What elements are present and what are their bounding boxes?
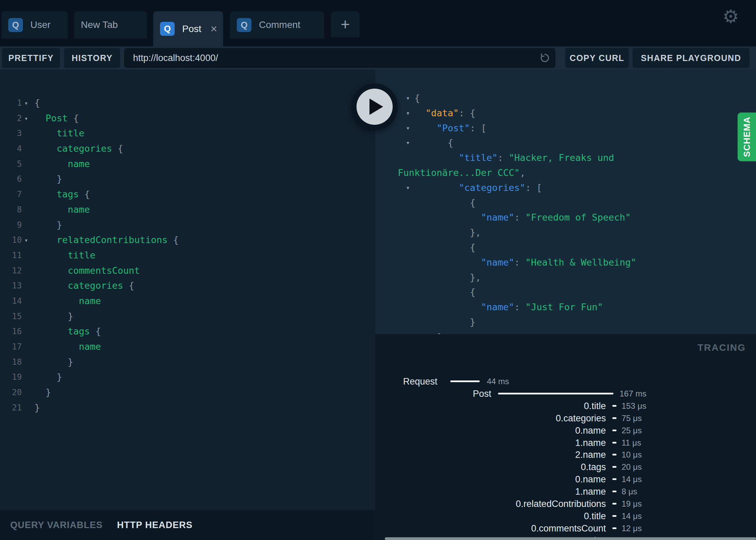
editor-line: 1▾{ xyxy=(0,95,375,111)
copy-curl-button[interactable]: COPY CURL xyxy=(565,48,629,68)
code-token: { xyxy=(68,113,79,123)
tracing-tick-bar xyxy=(612,417,616,419)
tracing-row-label: Post xyxy=(375,388,491,400)
tracing-row-time: 14 μs xyxy=(622,473,642,485)
line-number: 14 xyxy=(0,294,22,309)
response-line: { xyxy=(398,195,636,210)
graphql-playground-window: { "tabs": { "items": [ {"id":"user","lab… xyxy=(0,0,756,540)
query-variables-tab[interactable]: QUERY VARIABLES xyxy=(10,520,103,530)
tab-post[interactable]: QPost✕ xyxy=(153,11,223,46)
query-badge-icon: Q xyxy=(8,18,23,32)
tracing-row-time: 14 μs xyxy=(622,510,642,522)
code-token: { xyxy=(112,143,123,154)
fold-arrow-icon[interactable]: ▾ xyxy=(406,121,410,136)
code-token: { xyxy=(168,235,179,245)
code-token: : xyxy=(514,257,525,268)
code-token: "Hacker, Freaks und xyxy=(509,152,614,163)
settings-button[interactable]: ⚙ xyxy=(721,6,741,27)
code-token: { xyxy=(79,189,90,199)
code-token: } xyxy=(34,387,51,397)
tracing-row: 0.title14 μs xyxy=(375,510,756,522)
play-icon xyxy=(369,99,383,115)
editor-line: 18 } xyxy=(0,355,375,370)
tab-user[interactable]: QUser xyxy=(1,11,68,39)
code-token: "data" xyxy=(425,108,459,118)
tab-label: New Tab xyxy=(81,19,118,30)
tracing-tick-bar xyxy=(612,527,616,529)
tracing-row-time: 19 μs xyxy=(622,498,642,510)
share-playground-button[interactable]: SHARE PLAYGROUND xyxy=(633,48,750,68)
code-token: commentsCount xyxy=(68,265,140,276)
fold-arrow-icon[interactable]: ▾ xyxy=(406,91,410,106)
tracing-row: 2.name10 μs xyxy=(375,449,756,461)
fold-arrow-slot xyxy=(22,278,34,294)
fold-arrow-icon[interactable]: ▾ xyxy=(22,232,34,248)
editor-code: } xyxy=(34,171,62,187)
code-token: : xyxy=(514,212,525,223)
editor-line: 15 } xyxy=(0,309,375,324)
code-token xyxy=(34,250,68,260)
response-line: ] xyxy=(398,330,636,334)
reload-icon[interactable] xyxy=(539,52,551,64)
line-number: 5 xyxy=(0,156,22,172)
response-line: ▾ { xyxy=(398,135,636,150)
fold-arrow-icon[interactable]: ▾ xyxy=(406,180,410,195)
editor-line: 8 name xyxy=(0,202,375,217)
editor-code: name xyxy=(34,156,90,172)
prettify-button[interactable]: PRETTIFY xyxy=(2,48,60,68)
tracing-horizontal-scrollbar[interactable] xyxy=(385,537,756,540)
schema-tab-button[interactable]: SCHEMA xyxy=(738,112,756,161)
tracing-row-label: 0.categories xyxy=(375,412,606,424)
fold-arrow-icon[interactable]: ▾ xyxy=(406,106,410,121)
tab-new-tab[interactable]: New Tab xyxy=(74,11,147,39)
fold-arrow-icon[interactable]: ▾ xyxy=(22,95,34,111)
editor-code: } xyxy=(34,370,62,385)
tracing-row-label: 0.tags xyxy=(375,461,606,473)
tracing-row: 1.name11 μs xyxy=(375,437,756,449)
tracing-row-label: 0.title xyxy=(375,400,606,412)
line-number: 1 xyxy=(0,95,22,111)
editor-code: name xyxy=(34,294,101,309)
endpoint-url-input[interactable]: http://localhost:4000/ xyxy=(124,48,555,68)
tracing-panel: TRACING Request44 msPost167 ms0.title153… xyxy=(375,334,756,540)
code-token: name xyxy=(79,341,101,352)
fold-arrow-slot xyxy=(22,309,34,324)
tab-bar: QUserNew TabQPost✕QComment + ⚙ xyxy=(0,0,756,46)
line-number: 17 xyxy=(0,339,22,355)
editor-line: 16 tags { xyxy=(0,324,375,339)
fold-arrow-slot xyxy=(22,217,34,233)
fold-arrow-icon[interactable]: ▾ xyxy=(406,135,410,150)
tracing-row: 0.tags20 μs xyxy=(375,461,756,473)
tracing-tick-bar xyxy=(612,442,616,444)
editor-line: 14 name xyxy=(0,294,375,309)
history-button[interactable]: HISTORY xyxy=(64,48,120,68)
tracing-row-time: 12 μs xyxy=(622,522,642,535)
query-editor-pane[interactable]: 1▾{2▾ Post {3 title4 categories {5 name6… xyxy=(0,70,375,510)
tracing-title: TRACING xyxy=(697,342,746,353)
add-tab-button[interactable]: + xyxy=(331,11,360,37)
editor-footer: QUERY VARIABLES HTTP HEADERS xyxy=(0,510,375,540)
code-token: "title" xyxy=(459,152,498,163)
tracing-row: 1.name8 μs xyxy=(375,485,756,498)
close-icon[interactable]: ✕ xyxy=(210,25,218,33)
response-line: }, xyxy=(398,225,636,240)
tracing-tick-bar xyxy=(612,430,616,431)
code-token xyxy=(398,152,459,163)
code-token: } xyxy=(34,220,62,230)
http-headers-tab[interactable]: HTTP HEADERS xyxy=(117,520,193,530)
schema-tab-label: SCHEMA xyxy=(742,117,752,157)
code-token xyxy=(34,280,68,291)
execute-query-button[interactable] xyxy=(351,84,398,130)
tab-comment[interactable]: QComment xyxy=(230,11,324,39)
response-line: "name": "Just For Fun" xyxy=(398,300,636,315)
response-line: { xyxy=(398,285,636,300)
query-badge-icon: Q xyxy=(160,22,175,36)
code-token: { xyxy=(398,242,476,253)
code-token: : xyxy=(514,302,525,312)
editor-line: 2▾ Post { xyxy=(0,111,375,126)
fold-arrow-slot xyxy=(22,187,34,202)
tracing-row-time: 167 ms xyxy=(620,388,646,400)
code-token xyxy=(34,128,57,138)
code-token: { xyxy=(398,197,476,208)
fold-arrow-icon[interactable]: ▾ xyxy=(22,111,34,126)
